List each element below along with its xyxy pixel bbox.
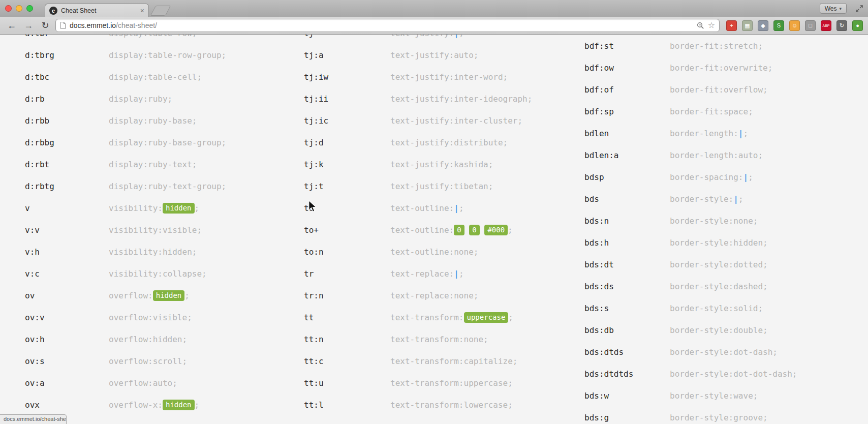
tab-strip: e Cheat Sheet × Wes ▾ bbox=[0, 0, 868, 17]
expansion: text-justify:inter-word; bbox=[390, 72, 508, 82]
expansion-text: ; bbox=[459, 269, 464, 279]
cheatsheet-row: bds:sborder-style:solid; bbox=[584, 297, 797, 319]
expansion-text: display:table-row-group; bbox=[109, 50, 226, 60]
expansion-text: border-fit:overwrite; bbox=[670, 63, 772, 73]
expansion-text: text-transform:none; bbox=[390, 335, 488, 344]
expansion-text: ; bbox=[195, 400, 200, 410]
extension-icon-green-dot[interactable]: ● bbox=[852, 20, 863, 31]
abbreviation: bds:n bbox=[584, 216, 670, 226]
cheatsheet-row: tj:iitext-justify:inter-ideograph; bbox=[304, 88, 532, 110]
cheatsheet-row: d:rbtdisplay:ruby-text; bbox=[25, 154, 226, 175]
abbreviation: tj:a bbox=[304, 50, 390, 60]
extension-icon-red[interactable]: + bbox=[726, 20, 737, 31]
cheatsheet-row: tj:atext-justify:auto; bbox=[304, 44, 532, 66]
abbreviation: d:rbtg bbox=[25, 181, 109, 191]
expansion-text: ; bbox=[743, 129, 749, 138]
cheatsheet-row: to+text-outline:0 0 #000; bbox=[304, 219, 532, 241]
extension-icon-image[interactable]: ▦ bbox=[742, 20, 753, 31]
abbreviation: ov:v bbox=[25, 313, 109, 322]
cheatsheet-row: tj:dtext-justify:distribute; bbox=[304, 132, 532, 154]
fullscreen-icon[interactable] bbox=[855, 4, 864, 13]
tab-cheat-sheet[interactable]: e Cheat Sheet × bbox=[45, 4, 149, 17]
extension-icon-shield[interactable]: ◆ bbox=[758, 20, 768, 31]
zoom-icon[interactable] bbox=[697, 22, 704, 29]
expansion: overflow-x:hidden; bbox=[109, 400, 199, 410]
expansion-text: border-fit:stretch; bbox=[670, 41, 763, 51]
expansion-text: text-justify:inter-cluster; bbox=[390, 116, 522, 126]
expansion-text: ; bbox=[738, 194, 743, 204]
url-text: docs.emmet.io/cheat-sheet/ bbox=[70, 21, 693, 29]
extension-icon-screen[interactable]: □ bbox=[805, 20, 816, 31]
expansion-text: border-style:none; bbox=[670, 216, 758, 226]
abbreviation: bdsp bbox=[584, 172, 670, 182]
abbreviation: bds:dtds bbox=[584, 347, 670, 357]
extension-icon-orange-face[interactable]: ☺ bbox=[789, 20, 800, 31]
abbreviation: d:rbbg bbox=[25, 138, 109, 147]
abbreviation: tt:u bbox=[304, 378, 390, 388]
expansion: visibility:hidden; bbox=[109, 203, 199, 214]
mouse-cursor bbox=[308, 200, 317, 213]
expansion: border-style:dot-dash; bbox=[670, 347, 778, 357]
expansion: text-justify:|; bbox=[390, 35, 464, 38]
reload-button[interactable]: ↻ bbox=[39, 19, 52, 32]
url-path: /cheat-sheet/ bbox=[116, 21, 157, 29]
cheatsheet-row: ovoverflow:hidden; bbox=[25, 285, 226, 307]
expansion: border-length:|; bbox=[670, 129, 748, 138]
extension-icon-green-s[interactable]: S bbox=[773, 20, 784, 31]
browser-window: e Cheat Sheet × Wes ▾ ← → ↻ bbox=[0, 0, 868, 424]
profile-button[interactable]: Wes ▾ bbox=[820, 3, 847, 14]
expansion-text: border-style:dot-dot-dash; bbox=[670, 369, 797, 379]
cheatsheet-row: ov:aoverflow:auto; bbox=[25, 372, 226, 394]
expansion-text: text-justify:inter-ideograph; bbox=[390, 94, 532, 104]
cheatsheet-row: tj:ttext-justify:tibetan; bbox=[304, 175, 532, 197]
cheatsheet-column-3: bdf:stborder-fit:stretch;bdf:owborder-fi… bbox=[584, 35, 797, 424]
expansion-text: border-style:wave; bbox=[670, 391, 758, 401]
page-icon bbox=[60, 22, 66, 29]
abbreviation: ovx bbox=[25, 400, 109, 410]
expansion: text-outline:none; bbox=[390, 247, 478, 257]
expansion-text: overflow:hidden; bbox=[109, 335, 187, 344]
zoom-window-button[interactable] bbox=[26, 5, 33, 12]
extension-icon-refresh[interactable]: ↻ bbox=[836, 20, 847, 31]
new-tab-button[interactable] bbox=[150, 6, 171, 16]
abbreviation: bds:s bbox=[584, 304, 670, 313]
abbreviation: tj:t bbox=[304, 181, 390, 191]
toolbar: ← → ↻ docs.emmet.io/cheat-sheet/ ☆ +▦◆S☺… bbox=[0, 17, 868, 35]
back-button[interactable]: ← bbox=[5, 19, 18, 32]
abbreviation: tj:ii bbox=[304, 94, 390, 104]
expansion: display:ruby; bbox=[109, 94, 172, 104]
cheatsheet-row: tr:ntext-replace:none; bbox=[304, 285, 532, 307]
cheatsheet-row: d:rbbdisplay:ruby-base; bbox=[25, 110, 226, 132]
abbreviation: ov:s bbox=[25, 356, 109, 366]
cheatsheet-row: v:hvisibility:hidden; bbox=[25, 241, 226, 263]
caret-mark: | bbox=[738, 129, 743, 138]
cheatsheet-row: tt:ltext-transform:lowercase; bbox=[304, 394, 532, 416]
abbreviation: bds:dt bbox=[584, 260, 670, 269]
abbreviation: tt bbox=[304, 313, 390, 322]
expansion: display:table-row-group; bbox=[109, 50, 226, 60]
tab-close-icon[interactable]: × bbox=[140, 7, 144, 15]
cheatsheet-row: ovxoverflow-x:hidden; bbox=[25, 394, 226, 416]
expansion: visibility:hidden; bbox=[109, 247, 197, 257]
expansion-text: text-replace:none; bbox=[390, 291, 478, 300]
expansion-text: ; bbox=[459, 203, 464, 213]
expansion: text-transform:uppercase; bbox=[390, 312, 513, 323]
bookmark-star-icon[interactable]: ☆ bbox=[708, 21, 715, 29]
expansion-text: display:ruby-base-group; bbox=[109, 138, 226, 147]
expansion-text: border-style:dot-dash; bbox=[670, 347, 778, 357]
address-bar[interactable]: docs.emmet.io/cheat-sheet/ ☆ bbox=[55, 19, 720, 32]
forward-button[interactable]: → bbox=[22, 19, 35, 32]
value-badge: hidden bbox=[153, 290, 185, 301]
cheatsheet-row: tjtext-justify:|; bbox=[304, 35, 532, 44]
expansion-text: display:table-row; bbox=[109, 35, 197, 38]
expansion-text: text-justify:distribute; bbox=[390, 138, 508, 147]
expansion: border-style:|; bbox=[670, 194, 743, 204]
abbreviation: tj:k bbox=[304, 160, 390, 169]
extension-icon-abp[interactable]: ABP bbox=[821, 20, 831, 31]
expansion-text: ; bbox=[459, 35, 464, 38]
close-window-button[interactable] bbox=[5, 5, 12, 12]
abbreviation: d:rbt bbox=[25, 160, 109, 169]
expansion-text: text-transform:uppercase; bbox=[390, 378, 513, 388]
minimize-window-button[interactable] bbox=[16, 5, 22, 12]
abbreviation: v bbox=[25, 203, 109, 213]
